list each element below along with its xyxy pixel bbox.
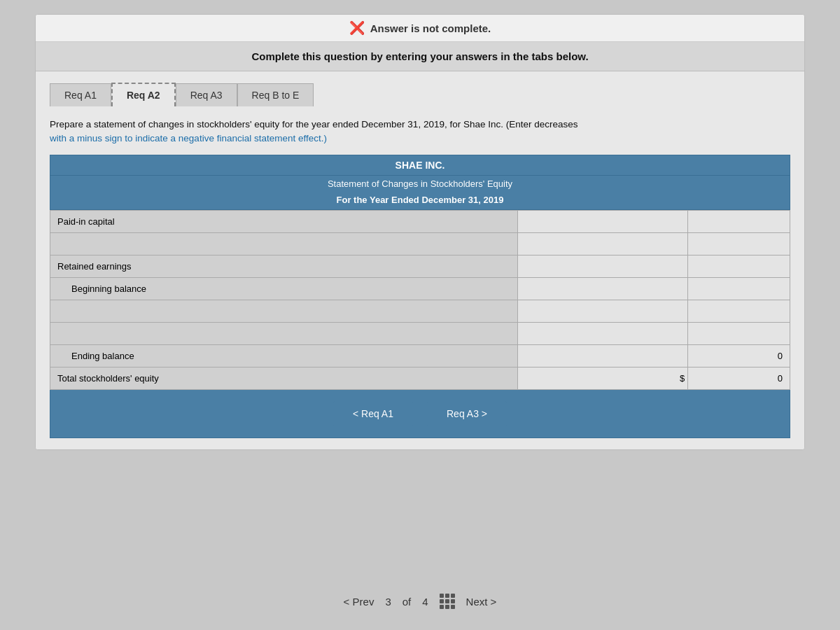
table-row: Paid-in capital [50, 210, 790, 232]
prev-label: < Prev [344, 596, 374, 608]
statement-table: Paid-in capital Retained earnings [50, 210, 790, 390]
next-button[interactable]: Next > [466, 596, 497, 608]
next-req-button[interactable]: Req A3 > [427, 401, 507, 426]
main-container: ❌ Answer is not complete. Complete this … [35, 14, 805, 450]
prev-req-button[interactable]: < Req A1 [333, 401, 413, 426]
tabs-row: Req A1 Req A2 Req A3 Req B to E [50, 83, 790, 106]
row-value-2[interactable] [688, 255, 790, 277]
row-label: Beginning balance [50, 277, 518, 300]
error-icon: ❌ [349, 20, 365, 36]
notice-text: Answer is not complete. [370, 22, 491, 34]
tab-req-b-to-e[interactable]: Req B to E [237, 83, 314, 106]
page-current: 3 [385, 596, 391, 608]
row-label: Retained earnings [50, 255, 518, 277]
page-separator: of [402, 596, 412, 608]
table-row [50, 232, 790, 255]
table-row: Total stockholders' equity $ 0 [50, 367, 790, 389]
statement-title: Statement of Changes in Stockholders' Eq… [50, 176, 790, 192]
row-input-3[interactable] [518, 277, 688, 300]
row-value-5[interactable] [688, 322, 790, 344]
next-label: Next > [466, 596, 497, 608]
table-row: Ending balance 0 [50, 344, 790, 367]
row-value-0[interactable] [688, 210, 790, 232]
tab-req-a3[interactable]: Req A3 [176, 83, 237, 106]
page-total: 4 [422, 596, 428, 608]
row-value-7: 0 [688, 367, 790, 389]
row-value-4[interactable] [688, 300, 790, 322]
period-title: For the Year Ended December 31, 2019 [50, 192, 790, 210]
row-value-6: 0 [688, 344, 790, 367]
row-dollar-7: $ [518, 367, 688, 389]
row-label [50, 232, 518, 255]
table-row [50, 322, 790, 344]
task-instruction: Prepare a statement of changes in stockh… [50, 118, 790, 146]
statement-table-container: SHAE INC. Statement of Changes in Stockh… [50, 155, 790, 438]
instruction-main: Complete this question by entering your … [251, 50, 588, 62]
row-value-3[interactable] [688, 277, 790, 300]
row-input-6[interactable] [518, 344, 688, 367]
grid-icon [440, 594, 455, 609]
prev-button[interactable]: < Prev [344, 596, 374, 608]
row-label: Ending balance [50, 344, 518, 367]
content-area: Req A1 Req A2 Req A3 Req B to E Prepare … [36, 71, 804, 449]
company-name: SHAE INC. [50, 155, 790, 176]
row-input-2[interactable] [518, 255, 688, 277]
row-value-1[interactable] [688, 232, 790, 255]
row-input-4[interactable] [518, 300, 688, 322]
notice-bar: ❌ Answer is not complete. [36, 15, 804, 42]
row-input-1[interactable] [518, 232, 688, 255]
row-input-0[interactable] [518, 210, 688, 232]
tab-req-a1[interactable]: Req A1 [50, 83, 111, 106]
tab-req-a2[interactable]: Req A2 [111, 83, 176, 106]
row-label [50, 300, 518, 322]
table-row: Retained earnings [50, 255, 790, 277]
row-input-5[interactable] [518, 322, 688, 344]
table-row [50, 300, 790, 322]
row-label [50, 322, 518, 344]
nav-buttons-row: < Req A1 Req A3 > [50, 390, 790, 438]
table-row: Beginning balance [50, 277, 790, 300]
row-label: Total stockholders' equity [50, 367, 518, 389]
pagination-bar: < Prev 3 of 4 Next > [0, 594, 840, 609]
instruction-bar: Complete this question by entering your … [36, 42, 804, 71]
row-label: Paid-in capital [50, 210, 518, 232]
